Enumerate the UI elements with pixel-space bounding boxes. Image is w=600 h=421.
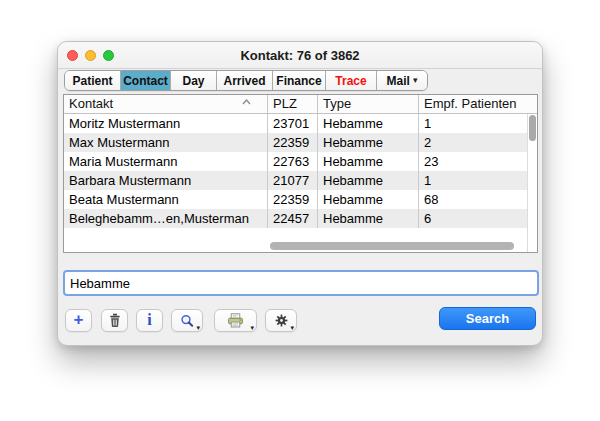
table-body: Moritz Mustermann 23701 Hebamme 1 Max Mu… bbox=[64, 114, 537, 228]
trash-icon bbox=[108, 313, 122, 328]
chevron-down-icon: ▾ bbox=[250, 324, 254, 331]
tab-contact[interactable]: Contact bbox=[121, 71, 171, 90]
table-row[interactable]: Barbara Mustermann 21077 Hebamme 1 bbox=[64, 171, 537, 190]
minimize-button[interactable] bbox=[85, 50, 96, 61]
column-header-type[interactable]: Type bbox=[318, 95, 419, 113]
horizontal-scrollbar[interactable] bbox=[64, 242, 527, 250]
column-header-kontakt[interactable]: Kontakt bbox=[64, 95, 268, 113]
table-row[interactable]: Moritz Mustermann 23701 Hebamme 1 bbox=[64, 114, 537, 133]
add-button[interactable]: + bbox=[65, 309, 92, 332]
column-header-empf-patienten[interactable]: Empf. Patienten bbox=[419, 95, 537, 113]
tab-patient[interactable]: Patient bbox=[65, 71, 121, 90]
close-button[interactable] bbox=[67, 50, 78, 61]
tab-trace[interactable]: Trace bbox=[326, 71, 377, 90]
titlebar[interactable]: Kontakt: 76 of 3862 bbox=[58, 42, 542, 69]
table-row[interactable]: Max Mustermann 22359 Hebamme 2 bbox=[64, 133, 537, 152]
table-header: Kontakt PLZ Type Empf. Patienten bbox=[64, 95, 537, 114]
plus-icon: + bbox=[74, 311, 84, 328]
tab-day[interactable]: Day bbox=[171, 71, 217, 90]
info-icon: i bbox=[147, 312, 151, 328]
kontakt-window: Kontakt: 76 of 3862 Patient Contact Day … bbox=[57, 41, 543, 346]
window-title: Kontakt: 76 of 3862 bbox=[58, 42, 542, 69]
search-button[interactable]: Search bbox=[439, 307, 536, 330]
chevron-down-icon: ▾ bbox=[196, 324, 200, 331]
settings-button[interactable]: ▾ bbox=[265, 309, 297, 332]
desktop: Kontakt: 76 of 3862 Patient Contact Day … bbox=[0, 0, 600, 421]
vertical-scrollbar-thumb[interactable] bbox=[529, 115, 536, 141]
chevron-down-icon: ▾ bbox=[413, 76, 418, 85]
tab-mail[interactable]: Mail ▾ bbox=[377, 71, 427, 90]
traffic-lights bbox=[67, 50, 114, 61]
print-button[interactable]: ▾ bbox=[214, 309, 257, 332]
delete-button[interactable] bbox=[101, 309, 128, 332]
horizontal-scrollbar-thumb[interactable] bbox=[270, 242, 514, 250]
tab-arrived[interactable]: Arrived bbox=[217, 71, 273, 90]
sort-ascending-icon bbox=[242, 99, 251, 105]
tab-bar: Patient Contact Day Arrived Finance Trac… bbox=[64, 70, 428, 91]
magnifier-icon bbox=[180, 314, 194, 328]
gear-icon bbox=[274, 313, 289, 328]
table-row[interactable]: Beleghebamm…en,Musterman 22457 Hebamme 6 bbox=[64, 209, 537, 228]
tab-finance[interactable]: Finance bbox=[273, 71, 326, 90]
table-row[interactable]: Maria Mustermann 22763 Hebamme 23 bbox=[64, 152, 537, 171]
info-button[interactable]: i bbox=[136, 309, 163, 332]
contacts-table: Kontakt PLZ Type Empf. Patienten Moritz … bbox=[63, 94, 538, 253]
column-header-plz[interactable]: PLZ bbox=[268, 95, 318, 113]
toolbar: + i ▾ bbox=[58, 307, 542, 332]
chevron-down-icon: ▾ bbox=[290, 324, 294, 331]
table-row[interactable]: Beata Mustermann 22359 Hebamme 68 bbox=[64, 190, 537, 209]
zoom-button[interactable] bbox=[103, 50, 114, 61]
vertical-scrollbar[interactable] bbox=[527, 114, 537, 252]
printer-icon bbox=[227, 313, 244, 328]
find-button[interactable]: ▾ bbox=[171, 309, 203, 332]
search-input[interactable] bbox=[63, 270, 539, 296]
